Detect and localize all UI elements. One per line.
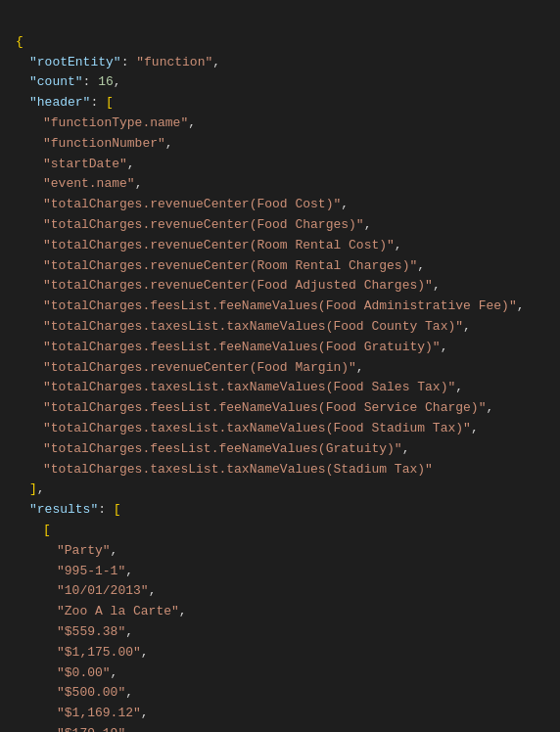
json-string-value: "10/01/2013" [57, 583, 149, 598]
json-punctuation: , [179, 604, 187, 618]
json-line: "totalCharges.taxesList.taxNameValues(Fo… [16, 419, 544, 439]
json-string-value: "totalCharges.revenueCenter(Food Adjuste… [43, 278, 433, 293]
json-punctuation: , [37, 481, 45, 496]
json-line: "totalCharges.revenueCenter(Food Margin)… [16, 358, 544, 379]
json-string-value: "totalCharges.feesList.feeNameValues(Foo… [43, 400, 486, 415]
json-punctuation: : [98, 502, 114, 517]
json-line: "rootEntity": "function", [16, 53, 544, 73]
json-line: "startDate", [16, 155, 544, 175]
json-string-value: "$1,169.12" [57, 706, 141, 720]
json-punctuation: , [127, 157, 135, 171]
json-bracket: [ [106, 95, 114, 110]
json-line: "$179.19", [16, 724, 544, 732]
json-string-value: "functionType.name" [43, 115, 188, 130]
json-string-value: "totalCharges.revenueCenter(Food Margin)… [43, 360, 356, 375]
json-punctuation: , [135, 176, 143, 191]
json-line: "functionType.name", [16, 114, 544, 134]
json-bracket: ] [29, 481, 37, 496]
json-string-value: "$559.38" [57, 624, 125, 639]
json-punctuation: , [341, 197, 349, 211]
json-punctuation: , [111, 665, 118, 680]
json-punctuation: , [149, 583, 157, 598]
json-punctuation: , [212, 55, 220, 69]
json-line: "totalCharges.revenueCenter(Food Cost)", [16, 195, 544, 215]
json-string-value: "totalCharges.feesList.feeNameValues(Foo… [43, 298, 517, 313]
json-line: "$1,169.12", [16, 704, 544, 724]
json-line: "totalCharges.revenueCenter(Food Adjuste… [16, 276, 544, 297]
json-line: "Zoo A la Carte", [16, 602, 544, 622]
json-punctuation: , [402, 441, 410, 456]
json-line: "totalCharges.revenueCenter(Food Charges… [16, 215, 544, 236]
json-punctuation: , [141, 645, 149, 660]
json-line: "$500.00", [16, 683, 544, 704]
json-string-value: "totalCharges.taxesList.taxNameValues(Fo… [43, 380, 455, 394]
json-string-value: "function" [136, 55, 212, 69]
json-line: "$559.38", [16, 622, 544, 643]
json-line: ], [16, 480, 544, 500]
json-line: "results": [ [16, 500, 544, 521]
json-line: "totalCharges.revenueCenter(Room Rental … [16, 256, 544, 277]
json-line: "totalCharges.taxesList.taxNameValues(Fo… [16, 378, 544, 398]
json-string-value: "totalCharges.taxesList.taxNameValues(Fo… [43, 421, 471, 435]
json-string-value: "totalCharges.feesList.feeNameValues(Gra… [43, 441, 402, 456]
json-key: "count" [29, 74, 83, 89]
json-punctuation: , [471, 421, 479, 435]
json-punctuation: , [455, 380, 463, 394]
json-line: "Party", [16, 541, 544, 562]
json-line: "count": 16, [16, 72, 544, 93]
json-line: "totalCharges.taxesList.taxNameValues(Fo… [16, 317, 544, 338]
json-line: "totalCharges.feesList.feeNameValues(Foo… [16, 297, 544, 317]
json-line: "totalCharges.revenueCenter(Room Rental … [16, 236, 544, 256]
json-number-value: 16 [98, 74, 114, 89]
json-string-value: "Party" [57, 543, 111, 558]
json-punctuation: , [463, 319, 471, 334]
json-punctuation: , [395, 238, 402, 252]
json-bracket: [ [43, 523, 51, 537]
json-string-value: "totalCharges.revenueCenter(Room Rental … [43, 258, 417, 273]
json-key: "rootEntity" [29, 55, 121, 69]
json-line: [ [16, 521, 544, 541]
json-line: "totalCharges.taxesList.taxNameValues(St… [16, 460, 544, 480]
json-string-value: "$179.19" [57, 726, 125, 732]
json-punctuation: , [433, 278, 441, 293]
json-punctuation: , [125, 624, 133, 639]
json-punctuation: , [125, 685, 133, 700]
json-string-value: "totalCharges.revenueCenter(Food Charges… [43, 217, 364, 232]
json-punctuation: , [441, 340, 448, 354]
json-string-value: "995-1-1" [57, 564, 125, 578]
json-line: "995-1-1", [16, 562, 544, 582]
json-viewer: {"rootEntity": "function","count": 16,"h… [16, 12, 544, 732]
json-line: "functionNumber", [16, 134, 544, 155]
json-punctuation: , [486, 400, 493, 415]
json-line: "$1,175.00", [16, 643, 544, 663]
json-string-value: "$1,175.00" [57, 645, 141, 660]
json-punctuation: , [417, 258, 425, 273]
json-line: "$0.00", [16, 663, 544, 684]
json-key: "header" [29, 95, 90, 110]
json-string-value: "totalCharges.feesList.feeNameValues(Foo… [43, 340, 441, 354]
json-string-value: "totalCharges.revenueCenter(Room Rental … [43, 238, 395, 252]
json-string-value: "totalCharges.revenueCenter(Food Cost)" [43, 197, 341, 211]
json-line: "totalCharges.feesList.feeNameValues(Foo… [16, 398, 544, 419]
json-bracket: [ [114, 502, 121, 517]
json-bracket: { [16, 34, 23, 49]
json-punctuation: , [165, 136, 173, 151]
json-line: "totalCharges.feesList.feeNameValues(Gra… [16, 439, 544, 460]
json-string-value: "startDate" [43, 157, 127, 171]
json-punctuation: , [364, 217, 372, 232]
json-string-value: "$500.00" [57, 685, 125, 700]
json-punctuation: , [111, 543, 118, 558]
json-punctuation: : [90, 95, 106, 110]
json-string-value: "totalCharges.taxesList.taxNameValues(St… [43, 462, 433, 477]
json-string-value: "functionNumber" [43, 136, 165, 151]
json-line: { [16, 32, 544, 53]
json-string-value: "Zoo A la Carte" [57, 604, 179, 618]
json-string-value: "$0.00" [57, 665, 111, 680]
json-line: "10/01/2013", [16, 581, 544, 602]
json-punctuation: , [188, 115, 196, 130]
json-punctuation: , [125, 564, 133, 578]
json-punctuation: , [125, 726, 133, 732]
json-key: "results" [29, 502, 98, 517]
json-punctuation: , [356, 360, 364, 375]
json-line: "header": [ [16, 93, 544, 114]
